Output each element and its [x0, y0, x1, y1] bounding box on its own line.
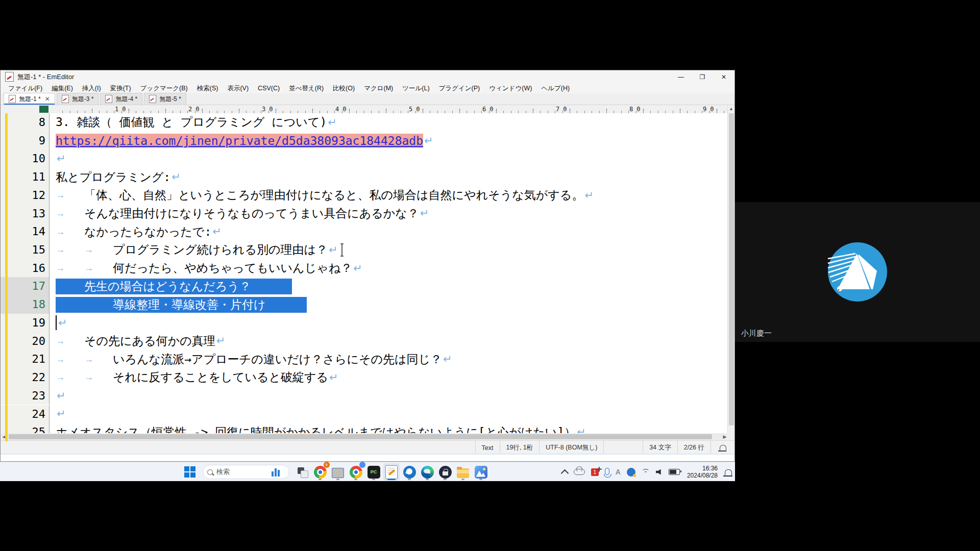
editor-line-13: 13→そんな理由付けになりそうなものってうまい具合にあるかな？↵	[1, 205, 728, 223]
taskbar-edge-icon[interactable]	[419, 463, 435, 481]
pycharm-glyph	[368, 466, 380, 479]
editor-line-17: 17→先生の場合はどうなんだろう？	[1, 277, 728, 295]
tab-close-icon[interactable]: ✕	[45, 95, 50, 103]
editor-text-area[interactable]: 83. 雑談（ 価値観 と プログラミング について)↵9https://qii…	[1, 113, 728, 441]
document-tab-3[interactable]: 無題-4 *	[100, 93, 142, 105]
vertical-scrollbar[interactable]: ▲ ▼	[727, 105, 734, 441]
line-number: 19	[1, 314, 50, 332]
onedrive-cloud-icon[interactable]	[572, 463, 587, 481]
document-tab-4[interactable]: 無題-5 *	[144, 93, 186, 105]
taskbar-clock[interactable]: 16:36 2024/08/28	[687, 465, 718, 479]
scroll-up-arrow[interactable]: ▲	[728, 105, 734, 112]
document-icon	[62, 95, 69, 103]
hyperlink-text[interactable]: https://qiita.com/jinen/private/d5da3809…	[56, 134, 423, 148]
zoom-participant-tile[interactable]: 小川慶一	[735, 202, 980, 342]
volume-icon[interactable]	[654, 463, 665, 481]
line-text: なかったらなかったで:	[84, 224, 211, 240]
menu-item-8[interactable]: CSV(C)	[253, 85, 284, 92]
selection-highlight: →先生の場合はどうなんだろう？	[56, 279, 292, 294]
taskbar-search-box[interactable]: 検索	[203, 465, 289, 479]
return-whitespace-mark: ↵	[424, 135, 433, 147]
file-explorer-glyph	[457, 468, 469, 478]
menu-item-2[interactable]: 編集(E)	[47, 84, 78, 93]
battery-icon[interactable]	[667, 463, 682, 481]
search-highlight-graphic-icon[interactable]	[272, 467, 285, 477]
menu-item-4[interactable]: 変換(T)	[106, 84, 136, 93]
scrollbar-corner	[727, 433, 734, 440]
taskbar-task-view-icon[interactable]	[294, 463, 310, 481]
line-text: その先にある何かの真理	[84, 333, 215, 349]
taskbar-remote-tool-icon[interactable]	[330, 463, 346, 481]
remote-tool-glyph	[332, 468, 344, 478]
menu-item-7[interactable]: 表示(V)	[223, 84, 253, 93]
line-text: 「体、心、自然」というところが理由付けになると、私の場合は自然にやれそうな気がす…	[84, 187, 583, 203]
menu-item-10[interactable]: 比較(O)	[328, 84, 359, 93]
tab-label: 無題-5 *	[159, 95, 181, 104]
ime-mode-icon[interactable]: A	[614, 463, 623, 481]
status-line-position[interactable]: 2/26 行	[677, 441, 710, 455]
mouse-ibeam-cursor	[339, 243, 345, 257]
menu-item-15[interactable]: ヘルプ(H)	[536, 84, 574, 93]
clock-time: 16:36	[687, 465, 718, 472]
notification-bell-icon[interactable]	[723, 463, 734, 481]
taskbar-file-explorer-icon[interactable]	[455, 463, 471, 481]
screen-share-region: 無題-1 * - EmEditor — ❐ ✕ ファイル(F)編集(E)挿入(I…	[0, 70, 735, 481]
taskbar-chrome-profile-1-icon[interactable]: k	[312, 463, 328, 481]
taskbar-emeditor-icon[interactable]	[383, 463, 400, 481]
line-text: プログラミング続けられる別の理由は？	[113, 242, 328, 258]
menu-item-5[interactable]: ブックマーク(B)	[136, 84, 192, 93]
title-bar[interactable]: 無題-1 * - EmEditor — ❐ ✕	[1, 70, 734, 83]
line-text: 3. 雑談（ 価値観 と プログラミング について)	[56, 114, 327, 130]
status-mode[interactable]: Text	[475, 441, 500, 455]
menu-item-9[interactable]: 並べ替え(R)	[284, 84, 328, 93]
taskbar-photos-icon[interactable]	[473, 463, 489, 481]
taskbar-password-manager-icon[interactable]	[437, 463, 453, 481]
icon-badge: k	[324, 462, 330, 468]
taskbar-blue-circle-app-icon[interactable]	[401, 463, 418, 481]
document-tab-1[interactable]: 無題-1 *✕	[4, 93, 55, 105]
menu-item-6[interactable]: 検索(S)	[192, 84, 223, 93]
system-tray: 1 A 16:36 2024/08/28	[560, 462, 734, 482]
blue-dot-app-icon[interactable]	[625, 463, 638, 481]
status-cursor-position[interactable]: 19行, 1桁	[500, 441, 540, 455]
participant-name: 小川慶一	[741, 329, 772, 338]
text-caret	[56, 315, 57, 330]
menu-item-11[interactable]: マクロ(M)	[359, 84, 398, 93]
status-encoding[interactable]: UTF-8 (BOM無し)	[539, 441, 603, 455]
return-whitespace-mark: ↵	[584, 189, 594, 202]
menu-item-3[interactable]: 挿入(I)	[78, 84, 106, 93]
maximize-button[interactable]: ❐	[692, 70, 713, 83]
tab-whitespace-mark: →	[56, 244, 84, 255]
notification-badge-icon[interactable]: 1	[589, 463, 601, 481]
return-whitespace-mark: ↵	[58, 317, 67, 329]
wifi-icon[interactable]	[640, 463, 652, 481]
menu-item-14[interactable]: ウィンドウ(W)	[484, 84, 536, 93]
horizontal-scroll-thumb[interactable]	[9, 434, 712, 439]
tab-whitespace-mark: →	[84, 354, 113, 365]
menu-item-12[interactable]: ツール(L)	[398, 84, 434, 93]
taskbar-pycharm-icon[interactable]	[365, 463, 382, 481]
line-number: 10	[1, 149, 50, 168]
tray-chevron-up-icon[interactable]	[560, 463, 570, 481]
line-number: 12	[1, 186, 50, 205]
start-glyph	[184, 466, 195, 478]
line-text: 先生の場合はどうなんだろう？	[84, 279, 251, 294]
close-button[interactable]: ✕	[713, 70, 734, 83]
vertical-scroll-thumb[interactable]	[729, 113, 734, 425]
document-tab-2[interactable]: 無題-3 *	[57, 93, 99, 105]
badge-count: 1	[591, 468, 599, 476]
line-text: それに反することをしていると破綻する	[113, 369, 328, 385]
taskbar-chrome-profile-2-icon[interactable]	[348, 463, 364, 481]
editor-line-12: 12→「体、心、自然」というところが理由付けになると、私の場合は自然にやれそうな…	[1, 186, 728, 205]
minimize-button[interactable]: —	[670, 70, 692, 83]
status-notification-area[interactable]	[710, 441, 734, 455]
line-number: 23	[1, 387, 50, 405]
editor-line-21: 21→→いろんな流派→アプローチの違いだけ？さらにその先は同じ？↵	[1, 350, 728, 368]
menu-item-13[interactable]: プラグイン(P)	[434, 84, 485, 93]
microphone-icon[interactable]	[603, 463, 611, 481]
taskbar-start-icon[interactable]	[182, 463, 198, 481]
status-char-count[interactable]: 34 文字	[643, 441, 677, 455]
editor-line-18: 18→→導線整理・導線改善・片付け	[1, 295, 728, 314]
menu-item-1[interactable]: ファイル(F)	[4, 84, 47, 93]
horizontal-scrollbar[interactable]: ◀ ▶	[1, 433, 728, 440]
